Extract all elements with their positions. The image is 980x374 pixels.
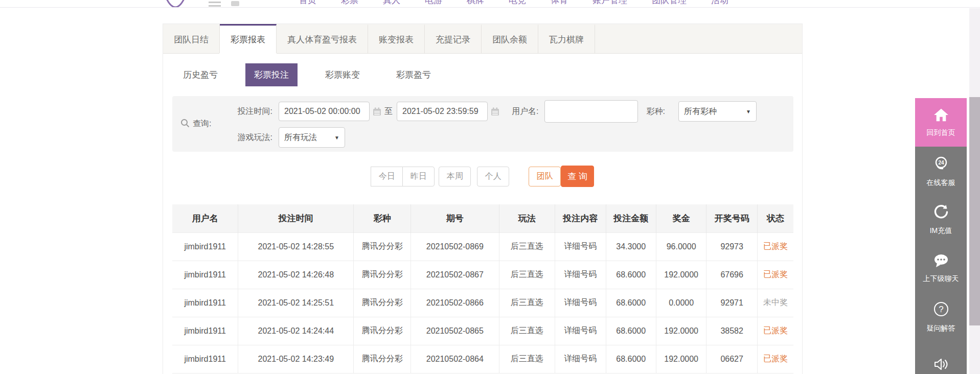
play-type-label: 游戏玩法: [221,132,272,143]
top-nav-item[interactable]: 彩票 [341,0,358,8]
detail-numbers-link[interactable]: 详细号码 [555,289,606,317]
column-header: 状态 [757,204,793,232]
cell-draw-numbers: 06627 [706,345,758,373]
question-icon: ? [932,300,950,320]
cell-prize: 192.0000 [656,317,706,345]
lottery-type-select[interactable]: 所有彩种 ▼ [678,101,757,122]
column-header: 彩种 [354,204,411,232]
status-badge: 未中奖 [757,289,793,317]
sidebar-item-online-service[interactable]: 24 在线客服 [915,147,967,195]
cell-username: jimbird1911 [172,261,238,289]
bet-time-to-input[interactable] [397,102,488,121]
table-row: jimbird1911 2021-05-02 14:23:49 腾讯分分彩 20… [172,345,793,373]
menu-icon[interactable] [209,2,221,8]
top-nav-item[interactable]: 活动 [711,0,728,8]
quick-filter-button[interactable]: 个人 [477,167,509,186]
top-navigation: 首页彩票真人电游棋牌电竞体育账户管理团队管理活动 [299,0,728,8]
chat-icon [932,253,950,270]
detail-numbers-link[interactable]: 详细号码 [555,232,606,261]
table-row: jimbird1911 2021-05-02 14:26:48 腾讯分分彩 20… [172,261,793,289]
top-nav-item[interactable]: 团队管理 [652,0,687,8]
cell-play-type: 后三直选 [499,232,555,261]
report-tabs: 团队日结彩票报表真人体育盈亏报表账变报表充提记录团队余额瓦力棋牌 [163,24,802,54]
quick-filter-button[interactable]: 本周 [439,167,471,186]
sidebar-item-im-recharge[interactable]: IM充值 [915,195,967,244]
username-label: 用户名: [512,106,538,117]
lottery-subtab[interactable]: 彩票盈亏 [388,63,440,86]
cell-bet-amount: 68.6000 [606,289,656,317]
cell-draw-numbers: 92971 [706,289,758,317]
site-logo[interactable] [164,0,187,8]
scrollbar-thumb[interactable] [969,97,980,325]
username-input[interactable] [544,100,638,123]
column-header: 开奖号码 [706,204,758,232]
cell-prize: 96.0000 [656,232,706,261]
search-icon [180,119,190,130]
cell-issue-number: 20210502-0869 [411,232,499,261]
top-header: 首页彩票真人电游棋牌电竞体育账户管理团队管理活动 [0,0,980,8]
column-header: 投注金额 [606,204,656,232]
status-badge: 已派奖 [757,345,793,373]
report-tab[interactable]: 彩票报表 [220,24,277,53]
top-nav-item[interactable]: 棋牌 [467,0,484,8]
sidebar-item-updown-chat[interactable]: 上下级聊天 [915,244,967,292]
cell-play-type: 后三直选 [499,317,555,345]
bet-time-from-input[interactable] [279,102,370,121]
calendar-icon[interactable] [373,107,381,116]
table-row: jimbird1911 2021-05-02 14:25:51 腾讯分分彩 20… [172,289,793,317]
top-nav-item[interactable]: 账户管理 [592,0,627,8]
top-nav-item[interactable]: 首页 [299,0,316,8]
query-section-label: 查询: [172,119,221,130]
home-icon [932,108,950,124]
lottery-subtab[interactable]: 历史盈亏 [174,63,226,86]
lottery-subtab[interactable]: 彩票账变 [316,63,369,86]
report-tab[interactable]: 账变报表 [368,24,425,53]
bet-records-table: 用户名投注时间彩种期号玩法投注内容投注金额奖金开奖号码状态 jimbird191… [172,204,793,373]
detail-numbers-link[interactable]: 详细号码 [555,317,606,345]
top-nav-item[interactable]: 体育 [551,0,568,8]
cell-bet-time: 2021-05-02 14:23:49 [238,345,354,373]
quick-filter-button[interactable]: 查 询 [561,166,594,187]
cell-draw-numbers: 67696 [706,261,758,289]
status-badge: 已派奖 [757,261,793,289]
sidebar-item-label: 上下级聊天 [923,274,959,284]
sidebar-item-sound[interactable] [915,341,967,374]
report-tab[interactable]: 团队余额 [482,24,538,53]
top-nav-item[interactable]: 真人 [383,0,400,8]
report-tab[interactable]: 充提记录 [425,24,482,53]
column-header: 期号 [411,204,499,232]
cell-bet-amount: 68.6000 [606,317,656,345]
sidebar-item-label: 在线客服 [927,178,955,188]
report-tab[interactable]: 真人体育盈亏报表 [277,24,368,53]
cell-prize: 192.0000 [656,261,706,289]
cell-username: jimbird1911 [172,232,238,261]
report-tab[interactable]: 团队日结 [163,24,220,53]
cell-issue-number: 20210502-0864 [411,345,499,373]
table-header-row: 用户名投注时间彩种期号玩法投注内容投注金额奖金开奖号码状态 [172,204,793,232]
page-scrollbar[interactable] [969,8,980,374]
cell-play-type: 后三直选 [499,345,555,373]
quick-filter-button[interactable]: 昨日 [402,167,435,186]
quick-filter-button[interactable]: 团队 [529,167,561,186]
quick-filter-button[interactable]: 今日 [371,167,403,186]
cell-bet-time: 2021-05-02 14:25:51 [238,289,354,317]
top-nav-item[interactable]: 电竞 [509,0,526,8]
to-label: 至 [384,106,393,117]
report-tab[interactable]: 瓦力棋牌 [538,24,595,53]
sidebar-item-faq[interactable]: ? 疑问解答 [915,292,967,341]
bet-time-label: 投注时间: [221,106,272,117]
lottery-subtab[interactable]: 彩票投注 [245,63,298,86]
side-quick-nav: 回到首页 24 在线客服 IM充值 [915,98,967,374]
cell-lottery-type: 腾讯分分彩 [354,317,411,345]
cell-username: jimbird1911 [172,317,238,345]
cell-lottery-type: 腾讯分分彩 [354,232,411,261]
top-nav-item[interactable]: 电游 [425,0,442,8]
cell-lottery-type: 腾讯分分彩 [354,261,411,289]
play-type-select[interactable]: 所有玩法 ▼ [279,127,345,148]
detail-numbers-link[interactable]: 详细号码 [555,345,606,373]
cell-bet-amount: 68.6000 [606,345,656,373]
cell-bet-time: 2021-05-02 14:26:48 [238,261,354,289]
sidebar-item-home[interactable]: 回到首页 [915,98,967,147]
calendar-icon[interactable] [491,107,499,116]
detail-numbers-link[interactable]: 详细号码 [555,261,606,289]
